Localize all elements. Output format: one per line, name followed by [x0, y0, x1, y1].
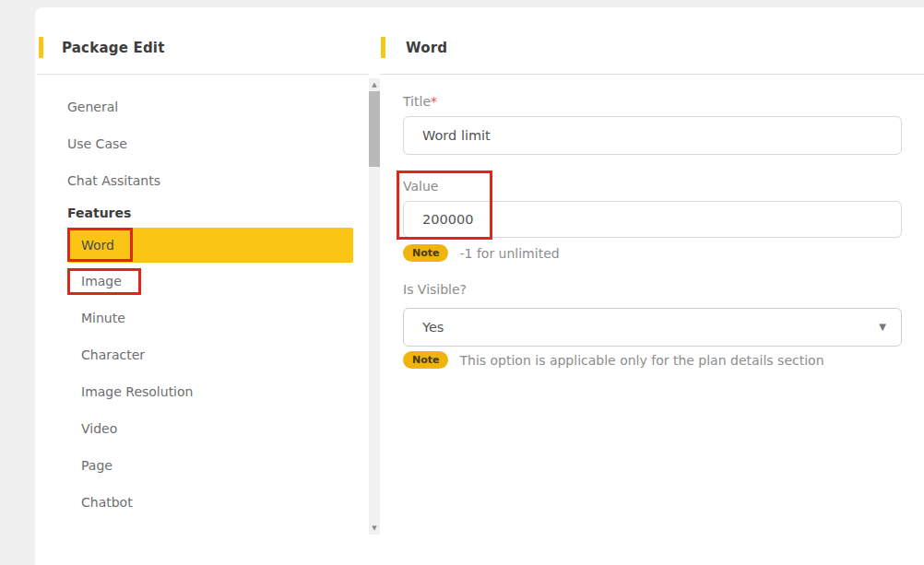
- value-note-text: -1 for unlimited: [459, 246, 559, 261]
- is-visible-note-text: This option is applicable only for the p…: [459, 353, 823, 368]
- page-background: Package Edit GeneralUse CaseChat Assitan…: [0, 0, 924, 565]
- package-edit-title: Package Edit: [62, 40, 165, 56]
- is-visible-selected-value: Yes: [422, 309, 444, 346]
- sidebar-item-custom[interactable]: Custom: [37, 521, 369, 535]
- sidebar-item-image[interactable]: Image: [37, 263, 369, 300]
- scroll-down-icon[interactable]: ▼: [369, 522, 380, 535]
- sidebar-item-features: Features: [37, 199, 369, 228]
- sidebar-item-image-resolution[interactable]: Image Resolution: [37, 373, 369, 410]
- is-visible-note: Note This option is applicable only for …: [403, 351, 824, 369]
- note-badge: Note: [403, 351, 448, 369]
- sidebar-item-word[interactable]: Word: [67, 228, 353, 263]
- sidebar-item-chat-assitants[interactable]: Chat Assitants: [37, 162, 369, 199]
- sidebar-item-page[interactable]: Page: [37, 447, 369, 484]
- sidebar-item-minute[interactable]: Minute: [37, 300, 369, 336]
- title-field-label: Title*: [403, 94, 437, 109]
- required-asterisk: *: [431, 94, 437, 109]
- left-header-divider: [37, 74, 369, 75]
- sidebar-item-general[interactable]: General: [37, 88, 369, 125]
- sidebar-scrollbar-thumb[interactable]: [369, 91, 380, 167]
- note-badge: Note: [403, 244, 448, 262]
- sidebar-item-character[interactable]: Character: [37, 336, 369, 373]
- dropdown-caret-icon: ▼: [879, 309, 886, 346]
- value-field-label: Value: [403, 179, 438, 194]
- word-panel-title: Word: [406, 40, 447, 56]
- title-label-text: Title: [403, 94, 431, 109]
- left-accent-bar: [39, 37, 43, 58]
- right-accent-bar: [381, 37, 385, 58]
- right-header-divider: [380, 74, 924, 75]
- title-input[interactable]: [403, 116, 902, 155]
- value-input[interactable]: [403, 201, 902, 238]
- sidebar-item-use-case[interactable]: Use Case: [37, 125, 369, 162]
- is-visible-label: Is Visible?: [403, 282, 467, 297]
- sidebar-item-video[interactable]: Video: [37, 410, 369, 447]
- sidebar-item-chatbot[interactable]: Chatbot: [37, 484, 369, 521]
- scroll-up-icon[interactable]: ▲: [369, 78, 380, 91]
- value-note: Note -1 for unlimited: [403, 244, 560, 262]
- sidebar-list: GeneralUse CaseChat AssitantsFeaturesWor…: [37, 78, 369, 535]
- is-visible-select[interactable]: Yes ▼: [403, 308, 902, 347]
